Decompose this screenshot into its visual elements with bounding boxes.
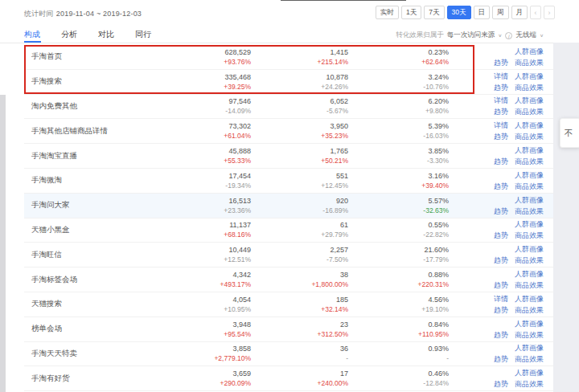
table-row: 手淘搜索 335,468 +39.25% 10,878 +24.26% 3.24… — [24, 70, 553, 95]
visitors-value: 16,513 — [228, 196, 251, 206]
audience-portrait-link[interactable]: 人群画像 — [515, 319, 544, 329]
conversion-attribution-label: 转化效果归属于 — [396, 31, 444, 40]
audience-portrait-link[interactable]: 人群画像 — [515, 120, 544, 130]
buyers-change: +29.79% — [321, 230, 348, 239]
rate-value: 6.20% — [428, 96, 449, 106]
tabs-divider — [0, 43, 553, 43]
buyers-change: +1,800.00% — [311, 280, 348, 289]
trend-link[interactable]: 趋势 — [494, 83, 508, 92]
next-period-button[interactable]: › — [544, 6, 555, 19]
trend-link[interactable]: 趋势 — [494, 107, 508, 116]
detail-link[interactable]: 详情 — [494, 96, 508, 105]
product-effect-link[interactable]: 商品效果 — [515, 255, 544, 265]
product-effect-link[interactable]: 商品效果 — [515, 107, 544, 116]
device-select[interactable]: 无线端 — [515, 31, 536, 40]
table-row: 手淘标签会场 4,342 +493.17% 38 +1,800.00% 0.88… — [24, 267, 553, 292]
chevron-down-icon[interactable]: ∨ — [498, 33, 502, 38]
detail-link[interactable]: 详情 — [494, 71, 508, 81]
tab-composition[interactable]: 构成 — [24, 29, 40, 40]
buyers-change: +312.50% — [317, 329, 348, 339]
source-name: 淘内免费其他 — [24, 95, 153, 119]
rate-value: 3.24% — [428, 72, 449, 82]
product-effect-link[interactable]: 商品效果 — [515, 182, 544, 191]
table-row: 手淘旺信 10,449 +12.51% 2,257 -7.50% 21.60% … — [24, 243, 553, 267]
date-range: 2019-11-04 ~ 2019-12-03 — [56, 10, 142, 18]
conversion-source-select[interactable]: 每一次访问来源 — [447, 31, 495, 40]
trend-link[interactable]: 趋势 — [494, 157, 508, 166]
audience-portrait-link[interactable]: 人群画像 — [515, 71, 544, 81]
buyers-change: +32.14% — [321, 304, 348, 314]
audience-portrait-link[interactable]: 人群画像 — [515, 294, 544, 304]
visitors-change: -19.34% — [225, 181, 251, 190]
product-effect-link[interactable]: 商品效果 — [515, 305, 544, 315]
detail-link[interactable]: 详情 — [494, 120, 508, 130]
source-name: 手淘搜索 — [24, 70, 153, 94]
source-name: 手淘天天特卖 — [24, 342, 153, 366]
buyers-change: -16.89% — [322, 206, 348, 215]
feedback-float-button[interactable]: 不 — [560, 118, 579, 148]
buyers-value: 17 — [340, 369, 348, 378]
product-effect-link[interactable]: 商品效果 — [515, 132, 544, 141]
buyers-value: 38 — [340, 270, 348, 280]
buyers-value: 551 — [336, 171, 348, 181]
source-name: 手淘其他店铺商品详情 — [24, 119, 153, 143]
trend-link[interactable]: 趋势 — [494, 231, 508, 240]
trend-link[interactable]: 趋势 — [494, 255, 508, 265]
time-button-month[interactable]: 月 — [511, 6, 528, 19]
audience-portrait-link[interactable]: 人群画像 — [515, 96, 544, 105]
visitors-value: 628,529 — [224, 47, 251, 57]
audience-portrait-link[interactable]: 人群画像 — [515, 219, 544, 229]
audience-portrait-link[interactable]: 人群画像 — [515, 368, 544, 378]
audience-portrait-link[interactable]: 人群画像 — [515, 269, 544, 279]
trend-link[interactable]: 趋势 — [494, 379, 508, 389]
product-effect-link[interactable]: 商品效果 — [515, 379, 544, 389]
info-icon[interactable]: i — [505, 32, 512, 39]
audience-portrait-link[interactable]: 人群画像 — [515, 145, 544, 155]
product-effect-link[interactable]: 商品效果 — [515, 330, 544, 340]
audience-portrait-link[interactable]: 人群画像 — [515, 244, 544, 254]
tab-compare[interactable]: 对比 — [98, 29, 114, 40]
trend-link[interactable]: 趋势 — [494, 182, 508, 191]
chevron-down-icon[interactable]: ∨ — [540, 33, 544, 38]
audience-portrait-link[interactable]: 人群画像 — [515, 170, 544, 180]
window-edge-strip — [0, 95, 6, 392]
time-button-7day[interactable]: 7天 — [424, 6, 444, 19]
product-effect-link[interactable]: 商品效果 — [515, 231, 544, 240]
audience-portrait-link[interactable]: 人群画像 — [515, 195, 544, 205]
table-row-highlighted: 手淘问大家 16,513 +23.36% 920 -16.89% 5.57% -… — [24, 194, 553, 218]
table-row: 手淘淘宝直播 45,888 +55.33% 1,765 +50.21% 3.85… — [24, 144, 553, 169]
product-effect-link[interactable]: 商品效果 — [515, 354, 544, 364]
rate-change: -3.30% — [427, 156, 449, 165]
product-effect-link[interactable]: 商品效果 — [515, 157, 544, 166]
time-button-1day[interactable]: 1天 — [401, 6, 421, 19]
audience-portrait-link[interactable]: 人群画像 — [515, 343, 544, 353]
visitors-value: 3,659 — [232, 369, 251, 378]
time-button-week[interactable]: 周 — [492, 6, 509, 19]
product-effect-link[interactable]: 商品效果 — [515, 206, 544, 216]
product-effect-link[interactable]: 商品效果 — [515, 280, 544, 290]
table-row: 手淘有好货 3,659 +290.09% 17 +240.00% 0.46% -… — [24, 366, 553, 391]
product-effect-link[interactable]: 商品效果 — [515, 83, 544, 92]
trend-link[interactable]: 趋势 — [494, 305, 508, 315]
visitors-value: 17,454 — [228, 171, 251, 181]
source-name: 手淘问大家 — [24, 194, 153, 218]
buyers-value: 36 — [340, 344, 348, 353]
source-name: 手淘标签会场 — [24, 267, 153, 292]
rate-value: 3.16% — [428, 171, 449, 181]
trend-link[interactable]: 趋势 — [494, 280, 508, 290]
tab-peers[interactable]: 同行 — [135, 29, 151, 40]
trend-link[interactable]: 趋势 — [494, 58, 508, 67]
source-name: 手淘微淘 — [24, 169, 153, 193]
trend-link[interactable]: 趋势 — [494, 354, 508, 364]
trend-link[interactable]: 趋势 — [494, 330, 508, 340]
time-button-day[interactable]: 日 — [474, 6, 491, 19]
audience-portrait-link[interactable]: 人群画像 — [515, 47, 544, 56]
detail-link[interactable]: 详情 — [494, 294, 508, 304]
trend-link[interactable]: 趋势 — [494, 132, 508, 141]
time-button-realtime[interactable]: 实时 — [376, 6, 399, 19]
product-effect-link[interactable]: 商品效果 — [515, 58, 544, 67]
prev-period-button[interactable]: ‹ — [530, 6, 541, 19]
trend-link[interactable]: 趋势 — [494, 206, 508, 216]
tab-analysis[interactable]: 分析 — [61, 29, 77, 40]
time-button-30day[interactable]: 30天 — [447, 6, 471, 19]
